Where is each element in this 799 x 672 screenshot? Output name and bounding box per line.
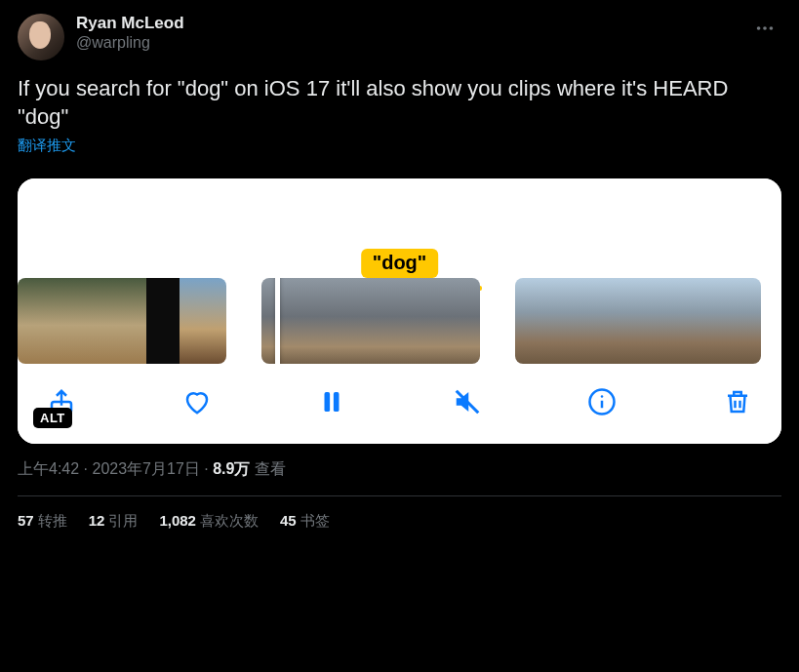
bookmarks-stat[interactable]: 45书签 [280,512,330,531]
author-names[interactable]: Ryan McLeod @warpling [76,14,737,52]
clip-group-active[interactable] [261,278,480,364]
translate-link[interactable]: 翻译推文 [18,137,76,155]
svg-point-2 [770,26,774,30]
alt-badge[interactable]: ALT [33,408,72,428]
tweet-text: If you search for "dog" on iOS 17 it'll … [18,74,781,131]
clip-frame [18,278,60,364]
tweet-time: 上午4:42 [18,460,79,477]
svg-rect-4 [325,392,331,412]
clip-frame [261,278,316,364]
svg-point-1 [763,26,767,30]
clip-frame [597,278,638,364]
likes-stat[interactable]: 1,082喜欢次数 [159,512,259,531]
heart-icon[interactable] [180,385,214,418]
stats-row: 57转推 12引用 1,082喜欢次数 45书签 [18,496,781,531]
info-icon[interactable] [585,385,619,418]
tweet-date: 2023年7月17日 [92,460,199,477]
clip-frame [638,278,679,364]
svg-rect-5 [334,392,340,412]
clip-frame [425,278,480,364]
tweet-header: Ryan McLeod @warpling [18,14,781,60]
clip-frame [103,278,146,364]
clip-group[interactable] [18,278,226,364]
clip-frame [515,278,556,364]
clip-frame [180,278,226,364]
media-top-area: "dog" [18,178,781,274]
clip-frame [556,278,597,364]
clip-frame [679,278,720,364]
clip-timeline[interactable] [18,274,781,368]
quotes-stat[interactable]: 12引用 [89,512,139,531]
search-term-badge: "dog" [361,249,439,278]
clip-frame [316,278,371,364]
trash-icon[interactable] [721,385,754,418]
svg-point-9 [601,395,604,398]
avatar[interactable] [18,14,64,60]
clip-group[interactable] [515,278,761,364]
media-toolbar [18,368,781,444]
svg-point-0 [757,26,761,30]
views-count: 8.9万 [213,460,250,477]
clip-frame [371,278,425,364]
tweet-container: Ryan McLeod @warpling If you search for … [0,0,799,531]
clip-frame [146,278,180,364]
display-name: Ryan McLeod [76,14,737,33]
retweets-stat[interactable]: 57转推 [18,512,67,531]
clip-frame [720,278,761,364]
clip-frame [60,278,103,364]
views-label: 查看 [250,460,285,477]
meta-line[interactable]: 上午4:42 · 2023年7月17日 · 8.9万 查看 [18,459,781,480]
handle: @warpling [76,34,737,52]
media-card[interactable]: "dog" [18,178,781,444]
pause-icon[interactable] [315,385,348,418]
mute-icon[interactable] [451,385,484,418]
more-icon[interactable] [748,14,781,48]
